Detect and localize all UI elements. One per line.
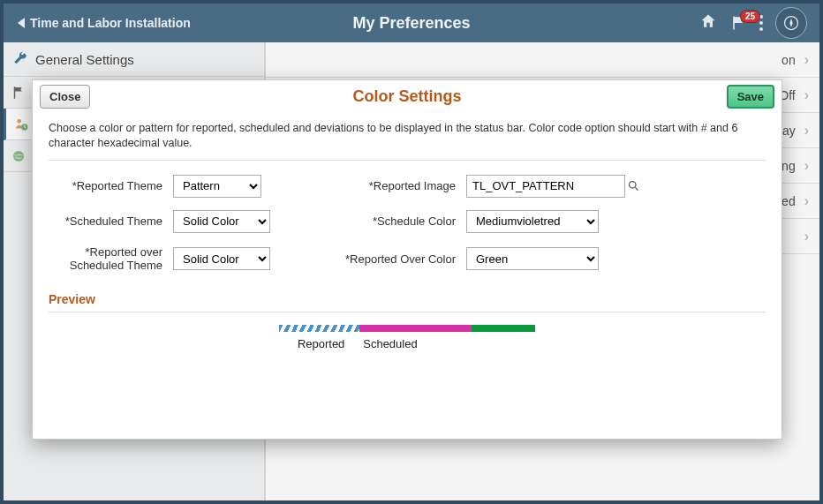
notifications-button[interactable]: 25: [729, 14, 747, 32]
search-icon: [627, 179, 640, 192]
notification-badge: 25: [740, 10, 760, 23]
close-button[interactable]: Close: [40, 85, 90, 109]
color-settings-modal: Close Color Settings Save Choose a color…: [32, 79, 782, 440]
top-icon-group: 25: [699, 7, 812, 39]
preview-label-scheduled: Scheduled: [363, 337, 417, 350]
divider: [49, 312, 766, 312]
back-button[interactable]: Time and Labor Installation: [11, 12, 198, 34]
lookup-button[interactable]: [627, 176, 640, 197]
modal-helper-text: Choose a color or pattern for reported, …: [49, 121, 766, 151]
label-schedule-color: *Schedule Color: [284, 214, 461, 228]
preview-segment-scheduled: [359, 325, 472, 332]
select-reported-over-color[interactable]: Green: [466, 247, 599, 270]
preview-bar: [279, 325, 535, 332]
compass-icon: [782, 14, 800, 32]
label-reported-over-scheduled-theme: *Reported over Scheduled Theme: [49, 245, 168, 273]
preview-label-reported: Reported: [279, 337, 363, 350]
back-button-label: Time and Labor Installation: [30, 16, 191, 30]
preview-segment-reported: [279, 325, 359, 332]
form-grid: *Reported Theme Pattern *Reported Image …: [49, 175, 766, 273]
select-reported-over-scheduled-theme[interactable]: Solid Color: [173, 247, 270, 270]
label-reported-theme: *Reported Theme: [49, 179, 168, 192]
divider: [49, 160, 766, 161]
preview-segment-over: [472, 325, 536, 332]
modal-header: Close Color Settings Save: [33, 80, 781, 112]
modal-body: Choose a color or pattern for reported, …: [33, 112, 781, 365]
preview-labels: Reported Scheduled: [279, 337, 535, 350]
page-title: My Preferences: [352, 14, 470, 33]
svg-point-4: [630, 182, 637, 189]
label-scheduled-theme: *Scheduled Theme: [49, 214, 168, 228]
save-button[interactable]: Save: [727, 85, 774, 109]
modal-title: Color Settings: [352, 87, 461, 106]
select-scheduled-theme[interactable]: Solid Color: [173, 210, 270, 233]
select-schedule-color[interactable]: Mediumvioletred: [466, 210, 599, 233]
label-reported-over-color: *Reported Over Color: [284, 252, 461, 267]
select-reported-theme[interactable]: Pattern: [173, 175, 261, 198]
chevron-left-icon: [18, 18, 25, 28]
label-reported-image: *Reported Image: [284, 179, 461, 192]
navbar-compass-button[interactable]: [775, 7, 807, 39]
top-bar: Time and Labor Installation My Preferenc…: [4, 4, 819, 42]
home-icon[interactable]: [699, 12, 717, 34]
input-reported-image[interactable]: [466, 175, 625, 198]
preview-title: Preview: [49, 292, 766, 306]
